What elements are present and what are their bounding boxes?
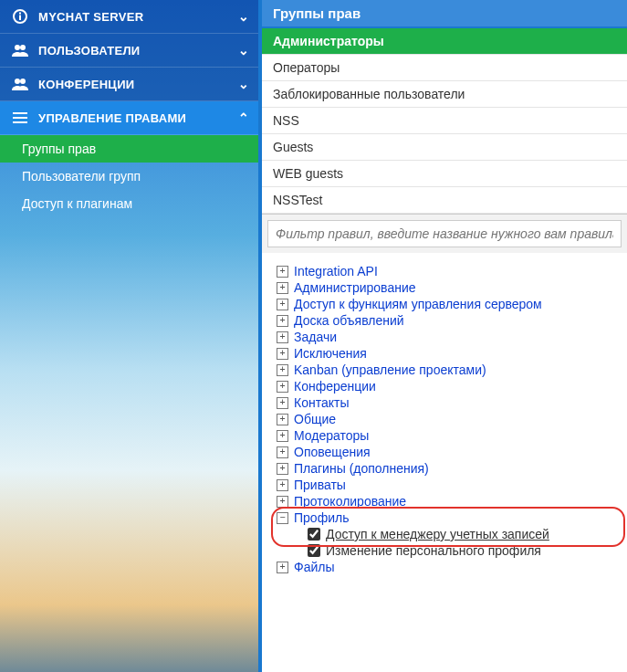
expand-icon[interactable]: + [277, 562, 288, 573]
rule-checkbox[interactable] [308, 544, 320, 557]
list-icon [11, 111, 29, 124]
users-icon [11, 44, 29, 57]
svg-rect-9 [13, 121, 27, 123]
tree-node-link[interactable]: Модераторы [294, 428, 369, 443]
tree-node: +Протоколирование [277, 494, 612, 509]
expand-icon[interactable]: + [277, 414, 288, 425]
tree-node-link[interactable]: Задачи [294, 330, 337, 344]
expand-icon[interactable]: + [277, 446, 288, 458]
tree-node-link[interactable]: Конференции [294, 379, 376, 394]
svg-point-4 [20, 45, 26, 50]
svg-point-3 [15, 45, 20, 50]
group-row[interactable]: NSS [262, 108, 627, 134]
expand-icon[interactable]: + [277, 282, 288, 294]
tree-node: +Исключения [277, 346, 612, 361]
tree-node-link[interactable]: Доска объявлений [294, 313, 404, 328]
expand-icon[interactable]: + [277, 364, 288, 376]
collapse-icon[interactable]: − [277, 512, 288, 524]
tree-node-link[interactable]: Приваты [294, 478, 346, 492]
expand-icon[interactable]: + [277, 397, 288, 409]
tree-node: +Общие [277, 412, 612, 426]
expand-icon[interactable]: + [277, 381, 288, 393]
nav-section-label: КОНФЕРЕНЦИИ [38, 78, 238, 91]
tree-node: +Доступ к функциям управления сервером [277, 297, 612, 311]
tree-node-link[interactable]: Администрирование [294, 280, 416, 295]
nav-sub-label: Пользователи групп [22, 169, 141, 184]
main-panel: Группы прав АдминистраторыОператорыЗабло… [258, 0, 627, 672]
group-row[interactable]: Guests [262, 134, 627, 161]
tree-node: +Конференции [277, 379, 612, 394]
group-row[interactable]: Операторы [262, 55, 627, 81]
tree-node: −Профиль [277, 510, 612, 525]
svg-rect-1 [19, 16, 21, 21]
tree-node-link[interactable]: Профиль [294, 510, 349, 525]
chevron-down-icon: ⌄ [238, 9, 249, 24]
nav-section-users[interactable]: ПОЛЬЗОВАТЕЛИ ⌄ [0, 34, 258, 68]
users-icon [11, 78, 29, 90]
chevron-up-icon: ⌃ [238, 110, 249, 125]
group-list: АдминистраторыОператорыЗаблокированные п… [262, 28, 627, 215]
nav-section-server[interactable]: MYCHAT SERVER ⌄ [0, 0, 258, 34]
tree-node: +Integration API [277, 264, 612, 278]
tree-node-link[interactable]: Доступ к функциям управления сервером [294, 297, 542, 311]
tree-node: +Контакты [277, 395, 612, 410]
tree-node-link[interactable]: Оповещения [294, 445, 371, 459]
tree-node: +Плагины (дополнения) [277, 461, 612, 476]
tree-node-link[interactable]: Протоколирование [294, 494, 406, 509]
rule-label[interactable]: Изменение персонального профиля [326, 543, 541, 558]
group-row[interactable]: WEB guests [262, 161, 627, 187]
tree-node: +Доска объявлений [277, 313, 612, 328]
chevron-down-icon: ⌄ [238, 77, 249, 91]
svg-rect-7 [13, 112, 27, 114]
nav-sub-label: Группы прав [22, 142, 96, 156]
svg-rect-2 [19, 13, 21, 15]
nav-section-label: MYCHAT SERVER [38, 10, 238, 24]
tree-node: +Приваты [277, 478, 612, 492]
sidebar: MYCHAT SERVER ⌄ ПОЛЬЗОВАТЕЛИ ⌄ КОНФЕРЕНЦ… [0, 0, 258, 672]
tree-node-link[interactable]: Общие [294, 412, 336, 426]
svg-rect-8 [13, 117, 27, 119]
filter-wrap [262, 215, 627, 253]
expand-icon[interactable]: + [277, 315, 288, 327]
expand-icon[interactable]: + [277, 348, 288, 360]
expand-icon[interactable]: + [277, 430, 288, 442]
tree-node-link[interactable]: Файлы [294, 560, 334, 574]
tree-node: +Оповещения [277, 445, 612, 459]
nav-sub-plugins[interactable]: Доступ к плагинам [0, 190, 258, 217]
nav-section-rights[interactable]: УПРАВЛЕНИЕ ПРАВАМИ ⌃ [0, 101, 258, 135]
filter-input[interactable] [267, 220, 622, 247]
rule-label[interactable]: Доступ к менеджеру учетных записей [326, 527, 549, 541]
tree-node: +Файлы [277, 560, 612, 574]
tree-node: +Модераторы [277, 428, 612, 443]
tree-node-link[interactable]: Контакты [294, 395, 349, 410]
chevron-down-icon: ⌄ [238, 43, 249, 58]
tree-node: +Kanban (управление проектами) [277, 362, 612, 377]
nav-section-conferences[interactable]: КОНФЕРЕНЦИИ ⌄ [0, 68, 258, 101]
tree-node-link[interactable]: Плагины (дополнения) [294, 461, 429, 476]
info-icon [11, 9, 29, 24]
nav-section-label: УПРАВЛЕНИЕ ПРАВАМИ [38, 111, 238, 125]
expand-icon[interactable]: + [277, 266, 288, 278]
expand-icon[interactable]: + [277, 331, 288, 343]
rules-tree: +Integration API+Администрирование+Досту… [262, 253, 627, 672]
tree-node-link[interactable]: Исключения [294, 346, 367, 361]
tree-node: +Администрирование [277, 280, 612, 295]
nav-sub-groups[interactable]: Группы прав [0, 135, 258, 163]
group-row[interactable]: NSSTest [262, 187, 627, 214]
expand-icon[interactable]: + [277, 496, 288, 508]
nav: MYCHAT SERVER ⌄ ПОЛЬЗОВАТЕЛИ ⌄ КОНФЕРЕНЦ… [0, 0, 258, 217]
tree-child: Доступ к менеджеру учетных записей [308, 527, 612, 541]
nav-sublist: Группы прав Пользователи групп Доступ к … [0, 135, 258, 217]
expand-icon[interactable]: + [277, 479, 288, 491]
tree-node-link[interactable]: Kanban (управление проектами) [294, 362, 486, 377]
panel-title: Группы прав [262, 0, 627, 28]
group-row[interactable]: Администраторы [262, 28, 627, 55]
expand-icon[interactable]: + [277, 463, 288, 475]
svg-point-5 [15, 79, 20, 84]
expand-icon[interactable]: + [277, 299, 288, 310]
nav-sub-group-users[interactable]: Пользователи групп [0, 163, 258, 190]
tree-child: Изменение персонального профиля [308, 543, 612, 558]
rule-checkbox[interactable] [308, 528, 320, 541]
group-row[interactable]: Заблокированные пользователи [262, 81, 627, 108]
tree-node-link[interactable]: Integration API [294, 264, 378, 278]
